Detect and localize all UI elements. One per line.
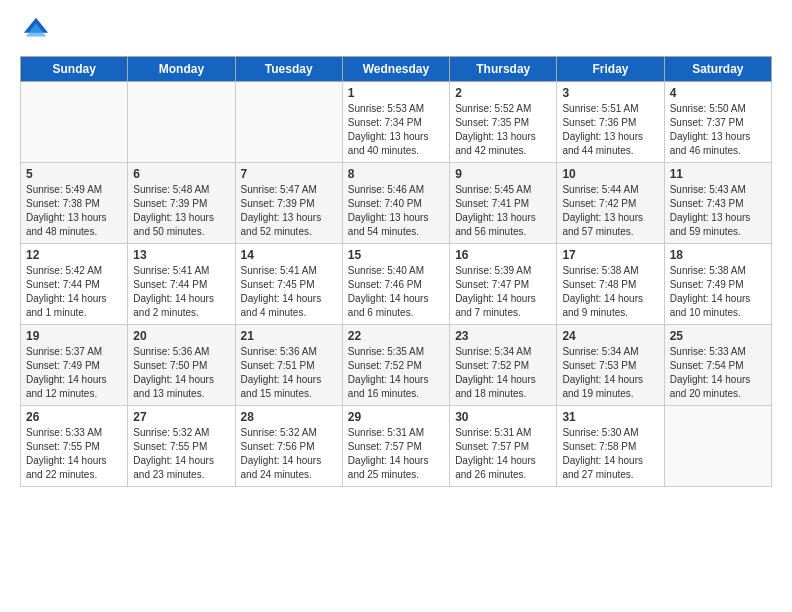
day-info: Sunrise: 5:36 AM Sunset: 7:51 PM Dayligh… bbox=[241, 345, 337, 401]
day-number: 21 bbox=[241, 329, 337, 343]
day-number: 5 bbox=[26, 167, 122, 181]
calendar-cell: 25Sunrise: 5:33 AM Sunset: 7:54 PM Dayli… bbox=[664, 325, 771, 406]
calendar-cell: 10Sunrise: 5:44 AM Sunset: 7:42 PM Dayli… bbox=[557, 163, 664, 244]
calendar-cell: 14Sunrise: 5:41 AM Sunset: 7:45 PM Dayli… bbox=[235, 244, 342, 325]
calendar-cell bbox=[21, 82, 128, 163]
day-number: 6 bbox=[133, 167, 229, 181]
day-number: 27 bbox=[133, 410, 229, 424]
weekday-header: Friday bbox=[557, 57, 664, 82]
weekday-header: Saturday bbox=[664, 57, 771, 82]
calendar-cell: 2Sunrise: 5:52 AM Sunset: 7:35 PM Daylig… bbox=[450, 82, 557, 163]
calendar-header: SundayMondayTuesdayWednesdayThursdayFrid… bbox=[21, 57, 772, 82]
day-number: 24 bbox=[562, 329, 658, 343]
day-info: Sunrise: 5:42 AM Sunset: 7:44 PM Dayligh… bbox=[26, 264, 122, 320]
day-number: 9 bbox=[455, 167, 551, 181]
calendar-week-row: 12Sunrise: 5:42 AM Sunset: 7:44 PM Dayli… bbox=[21, 244, 772, 325]
day-info: Sunrise: 5:31 AM Sunset: 7:57 PM Dayligh… bbox=[348, 426, 444, 482]
logo bbox=[20, 16, 50, 48]
day-number: 17 bbox=[562, 248, 658, 262]
day-number: 13 bbox=[133, 248, 229, 262]
day-number: 12 bbox=[26, 248, 122, 262]
calendar-cell bbox=[235, 82, 342, 163]
day-info: Sunrise: 5:30 AM Sunset: 7:58 PM Dayligh… bbox=[562, 426, 658, 482]
day-info: Sunrise: 5:41 AM Sunset: 7:45 PM Dayligh… bbox=[241, 264, 337, 320]
day-info: Sunrise: 5:49 AM Sunset: 7:38 PM Dayligh… bbox=[26, 183, 122, 239]
calendar-cell: 6Sunrise: 5:48 AM Sunset: 7:39 PM Daylig… bbox=[128, 163, 235, 244]
day-info: Sunrise: 5:40 AM Sunset: 7:46 PM Dayligh… bbox=[348, 264, 444, 320]
calendar-cell: 29Sunrise: 5:31 AM Sunset: 7:57 PM Dayli… bbox=[342, 406, 449, 487]
day-info: Sunrise: 5:41 AM Sunset: 7:44 PM Dayligh… bbox=[133, 264, 229, 320]
calendar-table: SundayMondayTuesdayWednesdayThursdayFrid… bbox=[20, 56, 772, 487]
day-number: 18 bbox=[670, 248, 766, 262]
day-number: 10 bbox=[562, 167, 658, 181]
calendar-cell: 11Sunrise: 5:43 AM Sunset: 7:43 PM Dayli… bbox=[664, 163, 771, 244]
day-number: 31 bbox=[562, 410, 658, 424]
day-info: Sunrise: 5:37 AM Sunset: 7:49 PM Dayligh… bbox=[26, 345, 122, 401]
day-info: Sunrise: 5:52 AM Sunset: 7:35 PM Dayligh… bbox=[455, 102, 551, 158]
calendar-cell: 20Sunrise: 5:36 AM Sunset: 7:50 PM Dayli… bbox=[128, 325, 235, 406]
weekday-header: Monday bbox=[128, 57, 235, 82]
calendar-cell: 26Sunrise: 5:33 AM Sunset: 7:55 PM Dayli… bbox=[21, 406, 128, 487]
day-number: 8 bbox=[348, 167, 444, 181]
weekday-row: SundayMondayTuesdayWednesdayThursdayFrid… bbox=[21, 57, 772, 82]
calendar-cell bbox=[128, 82, 235, 163]
day-info: Sunrise: 5:38 AM Sunset: 7:49 PM Dayligh… bbox=[670, 264, 766, 320]
calendar-cell: 28Sunrise: 5:32 AM Sunset: 7:56 PM Dayli… bbox=[235, 406, 342, 487]
day-number: 20 bbox=[133, 329, 229, 343]
calendar-cell: 16Sunrise: 5:39 AM Sunset: 7:47 PM Dayli… bbox=[450, 244, 557, 325]
calendar-week-row: 19Sunrise: 5:37 AM Sunset: 7:49 PM Dayli… bbox=[21, 325, 772, 406]
calendar-cell: 15Sunrise: 5:40 AM Sunset: 7:46 PM Dayli… bbox=[342, 244, 449, 325]
calendar-cell: 5Sunrise: 5:49 AM Sunset: 7:38 PM Daylig… bbox=[21, 163, 128, 244]
day-info: Sunrise: 5:38 AM Sunset: 7:48 PM Dayligh… bbox=[562, 264, 658, 320]
calendar-cell: 23Sunrise: 5:34 AM Sunset: 7:52 PM Dayli… bbox=[450, 325, 557, 406]
day-number: 30 bbox=[455, 410, 551, 424]
day-info: Sunrise: 5:43 AM Sunset: 7:43 PM Dayligh… bbox=[670, 183, 766, 239]
day-number: 28 bbox=[241, 410, 337, 424]
day-info: Sunrise: 5:46 AM Sunset: 7:40 PM Dayligh… bbox=[348, 183, 444, 239]
day-info: Sunrise: 5:32 AM Sunset: 7:56 PM Dayligh… bbox=[241, 426, 337, 482]
day-info: Sunrise: 5:44 AM Sunset: 7:42 PM Dayligh… bbox=[562, 183, 658, 239]
logo-icon bbox=[22, 16, 50, 44]
day-number: 15 bbox=[348, 248, 444, 262]
calendar-week-row: 5Sunrise: 5:49 AM Sunset: 7:38 PM Daylig… bbox=[21, 163, 772, 244]
day-number: 1 bbox=[348, 86, 444, 100]
day-info: Sunrise: 5:53 AM Sunset: 7:34 PM Dayligh… bbox=[348, 102, 444, 158]
day-info: Sunrise: 5:48 AM Sunset: 7:39 PM Dayligh… bbox=[133, 183, 229, 239]
calendar-cell: 4Sunrise: 5:50 AM Sunset: 7:37 PM Daylig… bbox=[664, 82, 771, 163]
day-info: Sunrise: 5:34 AM Sunset: 7:53 PM Dayligh… bbox=[562, 345, 658, 401]
weekday-header: Tuesday bbox=[235, 57, 342, 82]
calendar-cell: 1Sunrise: 5:53 AM Sunset: 7:34 PM Daylig… bbox=[342, 82, 449, 163]
calendar-cell: 22Sunrise: 5:35 AM Sunset: 7:52 PM Dayli… bbox=[342, 325, 449, 406]
day-number: 2 bbox=[455, 86, 551, 100]
calendar-cell: 9Sunrise: 5:45 AM Sunset: 7:41 PM Daylig… bbox=[450, 163, 557, 244]
day-number: 22 bbox=[348, 329, 444, 343]
calendar-cell: 19Sunrise: 5:37 AM Sunset: 7:49 PM Dayli… bbox=[21, 325, 128, 406]
day-info: Sunrise: 5:31 AM Sunset: 7:57 PM Dayligh… bbox=[455, 426, 551, 482]
calendar-cell: 7Sunrise: 5:47 AM Sunset: 7:39 PM Daylig… bbox=[235, 163, 342, 244]
day-info: Sunrise: 5:36 AM Sunset: 7:50 PM Dayligh… bbox=[133, 345, 229, 401]
calendar-cell: 13Sunrise: 5:41 AM Sunset: 7:44 PM Dayli… bbox=[128, 244, 235, 325]
day-info: Sunrise: 5:32 AM Sunset: 7:55 PM Dayligh… bbox=[133, 426, 229, 482]
weekday-header: Wednesday bbox=[342, 57, 449, 82]
day-info: Sunrise: 5:33 AM Sunset: 7:54 PM Dayligh… bbox=[670, 345, 766, 401]
calendar-cell: 3Sunrise: 5:51 AM Sunset: 7:36 PM Daylig… bbox=[557, 82, 664, 163]
day-info: Sunrise: 5:45 AM Sunset: 7:41 PM Dayligh… bbox=[455, 183, 551, 239]
day-number: 29 bbox=[348, 410, 444, 424]
day-info: Sunrise: 5:51 AM Sunset: 7:36 PM Dayligh… bbox=[562, 102, 658, 158]
page-header bbox=[20, 16, 772, 48]
calendar-cell: 8Sunrise: 5:46 AM Sunset: 7:40 PM Daylig… bbox=[342, 163, 449, 244]
day-number: 11 bbox=[670, 167, 766, 181]
day-info: Sunrise: 5:50 AM Sunset: 7:37 PM Dayligh… bbox=[670, 102, 766, 158]
calendar-cell: 17Sunrise: 5:38 AM Sunset: 7:48 PM Dayli… bbox=[557, 244, 664, 325]
day-number: 7 bbox=[241, 167, 337, 181]
calendar-cell: 18Sunrise: 5:38 AM Sunset: 7:49 PM Dayli… bbox=[664, 244, 771, 325]
day-number: 16 bbox=[455, 248, 551, 262]
calendar-body: 1Sunrise: 5:53 AM Sunset: 7:34 PM Daylig… bbox=[21, 82, 772, 487]
day-number: 26 bbox=[26, 410, 122, 424]
day-number: 14 bbox=[241, 248, 337, 262]
calendar-cell: 24Sunrise: 5:34 AM Sunset: 7:53 PM Dayli… bbox=[557, 325, 664, 406]
weekday-header: Thursday bbox=[450, 57, 557, 82]
day-number: 25 bbox=[670, 329, 766, 343]
calendar-week-row: 1Sunrise: 5:53 AM Sunset: 7:34 PM Daylig… bbox=[21, 82, 772, 163]
day-number: 4 bbox=[670, 86, 766, 100]
